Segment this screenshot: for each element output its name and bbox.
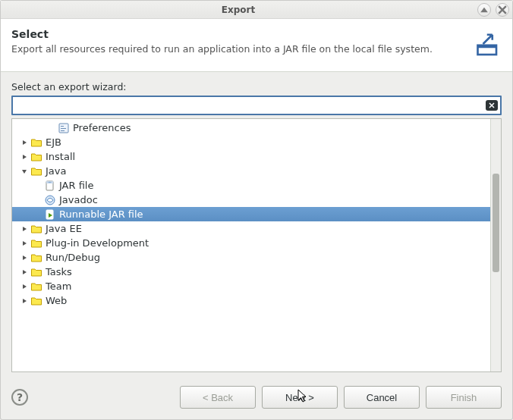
cancel-button[interactable]: Cancel	[344, 386, 420, 409]
tree-item[interactable]: Preferences	[12, 121, 490, 135]
folder-icon	[30, 165, 42, 177]
tree-item[interactable]: EJB	[12, 135, 490, 149]
folder-icon	[30, 136, 42, 149]
svg-rect-1	[478, 45, 497, 49]
finish-button[interactable]: Finish	[426, 386, 502, 409]
javadoc-icon	[44, 194, 56, 206]
tree-item[interactable]: Runnable JAR file	[12, 207, 490, 221]
tree-twisty[interactable]	[20, 152, 29, 161]
tree-item-label: Web	[46, 295, 67, 306]
tree-item-label: Java	[46, 165, 66, 177]
tree-twisty[interactable]	[20, 296, 29, 306]
tree-item-label: Java EE	[46, 223, 82, 234]
tree-twisty[interactable]	[20, 253, 29, 262]
runjar-icon	[44, 208, 56, 221]
folder-icon	[30, 281, 42, 293]
prefs-icon	[58, 122, 70, 134]
tree-item-label: EJB	[46, 136, 61, 148]
next-button[interactable]: Next >	[262, 386, 338, 409]
tree-twisty[interactable]	[20, 224, 29, 234]
filter-label: Select an export wizard:	[11, 81, 502, 92]
folder-icon	[30, 266, 42, 278]
tree-item[interactable]: JAR file	[12, 178, 490, 193]
tree-item-label: JAR file	[59, 180, 93, 191]
window-title: Export	[4, 5, 473, 15]
folder-icon	[30, 252, 42, 264]
svg-rect-5	[61, 130, 65, 131]
minimize-icon[interactable]	[477, 3, 491, 17]
folder-icon	[30, 237, 42, 249]
tree-scrollbar[interactable]	[490, 119, 501, 371]
svg-rect-3	[61, 126, 64, 127]
tree-twisty[interactable]	[20, 239, 29, 248]
wizard-tree[interactable]: PreferencesEJBInstallJavaJAR fileJavadoc…	[11, 118, 502, 372]
help-button[interactable]: ?	[11, 389, 28, 406]
svg-rect-4	[61, 128, 66, 129]
filter-input[interactable]	[17, 100, 483, 111]
folder-icon	[30, 151, 42, 163]
tree-item-label: Run/Debug	[46, 252, 100, 263]
tree-item-label: Runnable JAR file	[59, 208, 143, 220]
tree-item[interactable]: Install	[12, 149, 490, 164]
tree-item-label: Plug-in Development	[46, 237, 149, 249]
tree-item-label: Install	[46, 151, 75, 162]
export-wizard-icon	[470, 28, 502, 62]
tree-item[interactable]: Java	[12, 164, 490, 178]
tree-item-label: Preferences	[73, 122, 131, 133]
tree-item[interactable]: Team	[12, 279, 490, 293]
svg-point-8	[49, 181, 52, 182]
tree-item[interactable]: Javadoc	[12, 193, 490, 207]
tree-item[interactable]: Web	[12, 293, 490, 308]
tree-twisty[interactable]	[20, 268, 29, 277]
tree-item-label: Tasks	[46, 266, 72, 277]
tree-item[interactable]: Run/Debug	[12, 250, 490, 265]
folder-icon	[30, 295, 42, 307]
folder-icon	[30, 223, 42, 235]
page-description: Export all resources required to run an …	[11, 43, 464, 55]
tree-item-label: Javadoc	[59, 194, 98, 205]
tree-item[interactable]: Tasks	[12, 265, 490, 279]
tree-twisty[interactable]	[20, 167, 29, 176]
clear-filter-icon[interactable]	[486, 100, 498, 111]
tree-twisty[interactable]	[20, 282, 29, 291]
tree-item-label: Team	[46, 281, 71, 292]
tree-twisty[interactable]	[20, 138, 29, 147]
jar-icon	[44, 180, 56, 192]
tree-item[interactable]: Plug-in Development	[12, 236, 490, 250]
close-icon[interactable]	[496, 3, 509, 17]
tree-item[interactable]: Java EE	[12, 221, 490, 236]
back-button[interactable]: < Back	[180, 386, 256, 409]
page-title: Select	[11, 28, 464, 40]
